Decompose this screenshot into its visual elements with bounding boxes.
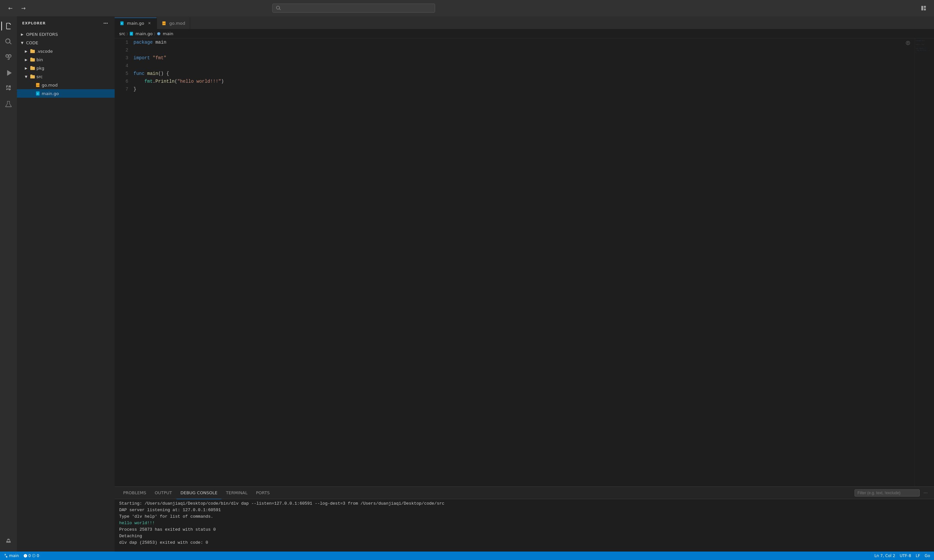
account-icon <box>5 538 12 545</box>
breadcrumb-func-icon: f <box>156 31 162 37</box>
titlebar: ← → code <box>0 0 934 16</box>
func-parens: () { <box>158 70 169 77</box>
sidebar-item-explorer[interactable] <box>1 19 15 33</box>
titlebar-navigation: ← → <box>5 3 29 13</box>
section-open-editors[interactable]: ▶ OPEN EDITORS <box>17 30 115 38</box>
src-label: src <box>37 74 43 79</box>
editor-actions <box>905 40 911 46</box>
panel-filter-input[interactable] <box>857 491 917 495</box>
main-go-label: main.go <box>42 91 59 96</box>
src-arrow: ▼ <box>23 74 29 79</box>
sidebar-item-testing[interactable] <box>1 97 15 111</box>
panel-filter[interactable] <box>854 489 920 497</box>
tree-item-main-go[interactable]: ▶ go main.go <box>17 89 115 98</box>
console-line-5: Process 25873 has exited with status 0 <box>119 526 929 533</box>
status-cursor[interactable]: Ln 7, Col 2 <box>874 554 895 558</box>
bin-arrow: ▶ <box>23 57 29 62</box>
sidebar-title: EXPLORER ⋯ <box>17 16 115 30</box>
go-mod-label: go.mod <box>42 83 58 88</box>
more-actions-button[interactable]: ⋯ <box>102 20 109 27</box>
keyword-import: import <box>134 54 153 62</box>
panel-tabs: PROBLEMS OUTPUT DEBUG CONSOLE TERMINAL P… <box>115 487 934 499</box>
go-mod-file-icon: mod <box>35 82 40 88</box>
tree-item-go-mod[interactable]: ▶ mod go.mod <box>17 81 115 89</box>
string-hello: "hello world!!!" <box>177 77 221 85</box>
tabs-bar: go main.go ✕ mod go.mod <box>115 16 934 29</box>
indent-space <box>134 77 145 85</box>
status-errors[interactable]: ! 0 0 <box>23 554 39 558</box>
svg-rect-16 <box>908 44 908 44</box>
svg-rect-1 <box>924 6 926 8</box>
bin-label: bin <box>37 57 43 62</box>
panel-tab-output[interactable]: OUTPUT <box>151 487 176 499</box>
code-line-5: func main() { <box>134 70 912 77</box>
code-editor[interactable]: package main import "fmt" func main() { … <box>131 38 914 486</box>
section-code[interactable]: ▼ CODE <box>17 38 115 47</box>
breadcrumb-file-icon: go <box>129 31 134 37</box>
code-line-7: } <box>134 85 912 93</box>
breadcrumb-main-go[interactable]: main.go <box>135 31 153 36</box>
breadcrumb: src 〉 go main.go 〉 f main <box>115 29 934 38</box>
panel-tab-debug-label: DEBUG CONSOLE <box>180 490 217 495</box>
code-section-label: CODE <box>26 40 38 45</box>
app-body: EXPLORER ⋯ ▶ OPEN EDITORS ▼ CODE ▶ <box>0 16 934 552</box>
panel-tab-problems-label: PROBLEMS <box>123 490 146 495</box>
panel-tab-terminal[interactable]: TERMINAL <box>222 487 251 499</box>
status-errors-count: 0 <box>28 554 31 558</box>
back-button[interactable]: ← <box>5 3 15 13</box>
tree-item-bin[interactable]: ▶ bin <box>17 55 115 64</box>
search-bar[interactable]: code <box>272 3 435 13</box>
func-name-main: main <box>147 70 158 77</box>
status-bar: main ! 0 0 Ln 7, Col 2 UTF-8 LF Go <box>0 552 934 560</box>
tab-go-mod[interactable]: mod go.mod <box>157 17 190 29</box>
tab-main-go[interactable]: go main.go ✕ <box>115 17 157 29</box>
tree-item-vscode[interactable]: ▶ .vscode <box>17 47 115 55</box>
svg-text:go: go <box>121 23 123 24</box>
tab-go-mod-label: go.mod <box>169 21 185 26</box>
console-line-2: DAP server listening at: 127.0.0.1:60591 <box>119 507 929 514</box>
tab-go-mod-icon: mod <box>162 20 167 26</box>
sidebar-item-source-control[interactable] <box>1 50 15 65</box>
minimap: package main import "fmt" func main() { … <box>914 38 934 486</box>
sidebar-item-account[interactable] <box>1 535 15 549</box>
panel-tab-ports-label: PORTS <box>256 490 270 495</box>
console-line-1: Starting: /Users/duanjiaqi/Desktop/code/… <box>119 500 929 507</box>
panel-tab-problems[interactable]: PROBLEMS <box>119 487 150 499</box>
status-encoding[interactable]: UTF-8 <box>900 554 911 558</box>
tree-item-pkg[interactable]: ▶ pkg <box>17 64 115 72</box>
pkg-arrow: ▶ <box>23 65 29 71</box>
status-line-ending[interactable]: LF <box>916 554 920 558</box>
breadcrumb-src[interactable]: src <box>119 31 125 36</box>
vscode-label: .vscode <box>37 49 53 54</box>
keyword-package: package <box>134 38 155 46</box>
sidebar-item-search[interactable] <box>1 34 15 49</box>
tab-main-go-icon: go <box>119 21 125 26</box>
sidebar-item-run[interactable] <box>1 66 15 80</box>
search-icon <box>5 38 12 45</box>
debug-icon <box>5 69 12 77</box>
bottom-panel: PROBLEMS OUTPUT DEBUG CONSOLE TERMINAL P… <box>115 486 934 552</box>
forward-button[interactable]: → <box>18 3 29 13</box>
sidebar-tree: ▶ OPEN EDITORS ▼ CODE ▶ .vscode ▶ <box>17 30 115 552</box>
editor-settings-button[interactable] <box>905 40 911 46</box>
panel-more-button[interactable]: ⋯ <box>922 489 929 497</box>
layout-button[interactable] <box>919 3 929 13</box>
func-println: Println <box>155 77 175 85</box>
tab-main-go-close[interactable]: ✕ <box>147 21 152 26</box>
layout-icon <box>921 6 926 11</box>
sidebar-item-extensions[interactable] <box>1 82 15 96</box>
svg-rect-0 <box>921 6 923 11</box>
status-language[interactable]: Go <box>925 554 930 558</box>
code-line-4 <box>134 62 912 70</box>
breadcrumb-main-func[interactable]: main <box>163 31 173 36</box>
editor-content: 1 2 3 4 5 6 7 package main import "fmt" <box>115 38 934 486</box>
status-branch[interactable]: main <box>4 554 19 558</box>
status-warnings-count: 0 <box>37 554 39 558</box>
sidebar-title-text: EXPLORER <box>22 21 46 25</box>
open-editors-label: OPEN EDITORS <box>26 32 58 37</box>
tree-item-src[interactable]: ▼ src <box>17 72 115 81</box>
panel-tab-ports[interactable]: PORTS <box>252 487 274 499</box>
activity-bar <box>0 16 17 552</box>
search-input[interactable]: code <box>284 6 431 11</box>
panel-tab-debug-console[interactable]: DEBUG CONSOLE <box>177 487 222 499</box>
